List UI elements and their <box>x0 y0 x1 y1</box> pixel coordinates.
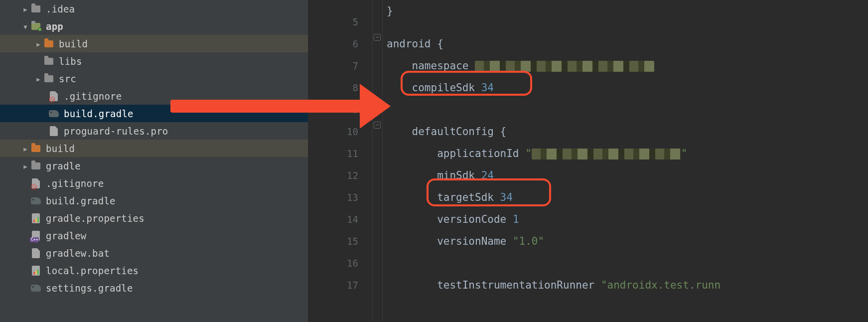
redacted-text <box>475 61 654 72</box>
tree-label: build.gradle <box>64 108 134 119</box>
fold-minus-icon[interactable]: − <box>374 34 381 41</box>
tree-item-app-build[interactable]: ▸ build <box>0 35 308 52</box>
gutter: 5 6 7 8 9 10 11 12 13 14 15 16 17 <box>308 0 373 322</box>
fold-minus-icon[interactable]: − <box>374 122 381 129</box>
tree-label: .gitignore <box>64 91 122 102</box>
tree-label: .gitignore <box>46 178 104 189</box>
fold-strip: − − <box>373 0 383 322</box>
line-number <box>308 0 372 11</box>
tree-item-gradlew-bat[interactable]: ▸ gradlew.bat <box>0 244 308 262</box>
tree-item-src[interactable]: ▸ src <box>0 70 308 87</box>
line-number: 13 <box>308 186 372 208</box>
chevron-right-icon: ▸ <box>21 3 30 14</box>
file-icon: 🚫 <box>30 177 42 189</box>
file-icon <box>48 125 60 137</box>
folder-icon <box>43 55 55 67</box>
folder-icon <box>43 73 55 85</box>
redacted-text <box>532 149 681 160</box>
tree-item-build[interactable]: ▸ build <box>0 140 308 157</box>
gradle-icon <box>48 108 60 120</box>
code-line: targetSdk 34 <box>387 186 868 208</box>
chevron-right-icon: ▸ <box>21 143 30 154</box>
tree-label: gradle.properties <box>46 213 145 224</box>
module-folder-icon <box>30 20 42 32</box>
tree-label: build <box>59 38 88 49</box>
shell-icon: C++ <box>30 230 42 242</box>
tree-label: settings.gradle <box>46 283 133 294</box>
gradle-icon <box>30 195 42 207</box>
code-line: android { <box>387 33 868 55</box>
project-tree[interactable]: ▸ .idea ▾ app ▸ build ▸ libs ▸ src 🚫 .gi… <box>0 0 308 322</box>
properties-icon <box>30 212 42 224</box>
tree-item-gradle-properties[interactable]: ▸ gradle.properties <box>0 209 308 227</box>
code-line <box>387 99 868 121</box>
line-number: 12 <box>308 164 372 186</box>
tree-item-gradlew[interactable]: ▸ C++ gradlew <box>0 227 308 244</box>
line-number: 10 <box>308 121 372 143</box>
code-line: namespace <box>387 55 868 77</box>
tree-item-app-build-gradle[interactable]: build.gradle <box>0 105 308 122</box>
tree-item-app-gitignore[interactable]: 🚫 .gitignore <box>0 87 308 105</box>
tree-label: src <box>59 73 76 84</box>
tree-item-root-gitignore[interactable]: ▸ 🚫 .gitignore <box>0 174 308 192</box>
tree-label: proguard-rules.pro <box>64 126 168 137</box>
code-editor[interactable]: 5 6 7 8 9 10 11 12 13 14 15 16 17 − − } … <box>308 0 868 322</box>
line-number: 14 <box>308 208 372 230</box>
line-number: 5 <box>308 11 372 33</box>
line-number: 17 <box>308 274 372 296</box>
tree-label: local.properties <box>46 265 139 276</box>
code-line: testInstrumentationRunner "androidx.test… <box>387 274 868 296</box>
tree-label: app <box>46 21 63 32</box>
code-line: versionCode 1 <box>387 208 868 230</box>
code-line <box>387 252 868 274</box>
properties-icon <box>30 265 42 277</box>
folder-icon <box>30 160 42 172</box>
chevron-right-icon: ▸ <box>21 161 30 171</box>
code-line: } <box>387 0 868 11</box>
chevron-right-icon: ▸ <box>34 73 43 84</box>
tree-label: build.gradle <box>46 195 116 206</box>
file-icon <box>30 247 42 259</box>
line-number: 6 <box>308 33 372 55</box>
tree-label: gradlew <box>46 230 86 241</box>
line-number: 8 <box>308 77 372 99</box>
tree-label: gradlew.bat <box>46 248 110 259</box>
folder-icon <box>30 143 42 155</box>
tree-item-proguard[interactable]: proguard-rules.pro <box>0 122 308 140</box>
tree-item-root-build-gradle[interactable]: ▸ build.gradle <box>0 192 308 209</box>
code-line <box>387 11 868 33</box>
line-number: 9 <box>308 99 372 121</box>
code-line: compileSdk 34 <box>387 77 868 99</box>
tree-label: libs <box>59 56 82 67</box>
code-area[interactable]: } android { namespace compileSdk 34 defa… <box>383 0 868 322</box>
tree-item-idea[interactable]: ▸ .idea <box>0 0 308 17</box>
gradle-icon <box>30 282 42 294</box>
line-number: 7 <box>308 55 372 77</box>
tree-item-settings-gradle[interactable]: ▸ settings.gradle <box>0 279 308 297</box>
tree-item-local-properties[interactable]: ▸ local.properties <box>0 262 308 279</box>
tree-item-gradle-folder[interactable]: ▸ gradle <box>0 157 308 174</box>
code-line: defaultConfig { <box>387 121 868 143</box>
tree-item-app[interactable]: ▾ app <box>0 17 308 35</box>
tree-label: gradle <box>46 161 81 171</box>
folder-icon <box>30 3 42 15</box>
line-number: 16 <box>308 252 372 274</box>
tree-label: .idea <box>46 3 75 14</box>
line-number: 15 <box>308 230 372 252</box>
folder-icon <box>43 38 55 50</box>
code-line: minSdk 24 <box>387 164 868 186</box>
code-line: applicationId "" <box>387 143 868 164</box>
tree-item-libs[interactable]: ▸ libs <box>0 52 308 70</box>
chevron-down-icon: ▾ <box>21 21 30 32</box>
tree-label: build <box>46 143 75 154</box>
chevron-right-icon: ▸ <box>34 38 43 49</box>
file-icon: 🚫 <box>48 90 60 102</box>
line-number: 11 <box>308 143 372 164</box>
code-line: versionName "1.0" <box>387 230 868 252</box>
